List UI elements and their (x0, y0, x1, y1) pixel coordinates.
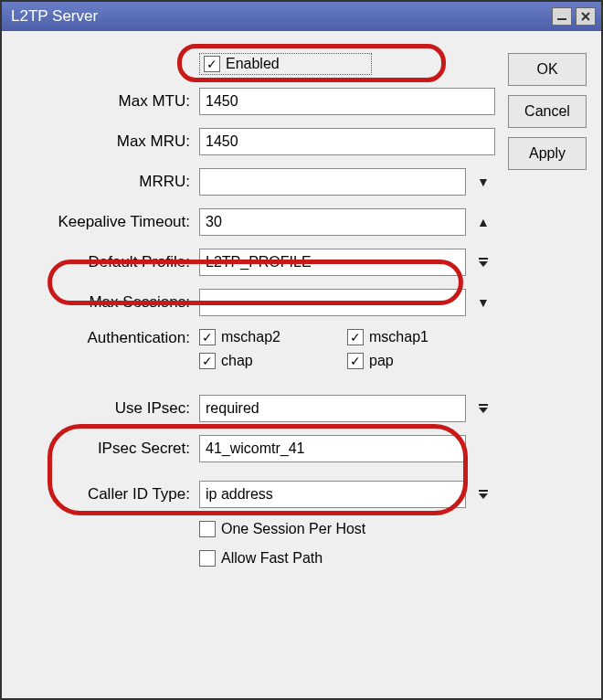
auth-chap-wrap[interactable]: chap (199, 353, 327, 369)
close-button[interactable] (576, 7, 596, 26)
close-icon (580, 11, 591, 22)
svg-rect-5 (479, 404, 488, 406)
titlebar: L2TP Server (2, 2, 601, 31)
allow-fast-path-label: Allow Fast Path (221, 550, 323, 567)
action-buttons: OK Cancel Apply (508, 53, 587, 179)
one-session-per-host-checkbox[interactable] (199, 521, 216, 537)
use-ipsec-select[interactable] (199, 395, 466, 422)
auth-pap-label: pap (369, 353, 394, 369)
enabled-checkbox[interactable] (204, 56, 220, 72)
dialog-body: Enabled Max MTU: Max MRU: (2, 31, 601, 594)
max-sessions-label: Max Sessions: (16, 293, 199, 312)
auth-chap-checkbox[interactable] (199, 353, 216, 369)
auth-chap-label: chap (221, 353, 253, 369)
svg-rect-0 (557, 18, 566, 20)
default-profile-select[interactable] (199, 249, 466, 276)
caller-id-type-select[interactable] (199, 481, 466, 508)
svg-marker-8 (479, 493, 488, 499)
keepalive-collapse-icon[interactable]: ▲ (471, 208, 495, 236)
auth-mschap2-wrap[interactable]: mschap2 (199, 329, 327, 345)
auth-mschap1-checkbox[interactable] (347, 329, 364, 345)
use-ipsec-label: Use IPsec: (16, 399, 199, 418)
minimize-icon (556, 11, 567, 22)
caller-id-type-label: Caller ID Type: (16, 485, 199, 504)
one-session-per-host-label: One Session Per Host (221, 521, 365, 537)
enabled-checkbox-wrap[interactable]: Enabled (199, 53, 372, 75)
auth-mschap2-label: mschap2 (221, 329, 280, 345)
keepalive-timeout-label: Keepalive Timeout: (16, 213, 199, 231)
minimize-button[interactable] (552, 7, 572, 26)
max-sessions-input[interactable] (199, 289, 466, 316)
auth-mschap2-checkbox[interactable] (199, 329, 216, 345)
auth-mschap1-label: mschap1 (369, 329, 428, 345)
svg-rect-3 (479, 258, 488, 260)
max-sessions-expand-icon[interactable]: ▼ (471, 289, 495, 316)
default-profile-dropdown-icon[interactable] (471, 249, 495, 276)
max-mtu-label: Max MTU: (16, 92, 199, 111)
authentication-label: Authentication: (16, 329, 199, 347)
mrru-input[interactable] (199, 168, 466, 196)
mrru-expand-icon[interactable]: ▼ (471, 168, 495, 196)
max-mru-input[interactable] (199, 128, 495, 155)
one-session-per-host-wrap[interactable]: One Session Per Host (199, 521, 365, 537)
ipsec-secret-input[interactable] (199, 435, 466, 462)
allow-fast-path-wrap[interactable]: Allow Fast Path (199, 550, 323, 567)
l2tp-server-window: L2TP Server Enabled (0, 0, 603, 700)
max-mru-label: Max MRU: (16, 133, 199, 151)
use-ipsec-dropdown-icon[interactable] (471, 395, 495, 422)
svg-rect-7 (479, 490, 488, 492)
apply-button[interactable]: Apply (508, 137, 587, 170)
svg-marker-4 (479, 261, 488, 267)
window-title: L2TP Server (11, 7, 548, 26)
max-mtu-input[interactable] (199, 88, 495, 115)
auth-mschap1-wrap[interactable]: mschap1 (347, 329, 475, 345)
default-profile-label: Default Profile: (16, 253, 199, 271)
allow-fast-path-checkbox[interactable] (199, 550, 216, 567)
caller-id-type-dropdown-icon[interactable] (471, 481, 495, 508)
keepalive-timeout-input[interactable] (199, 208, 466, 236)
cancel-button[interactable]: Cancel (508, 95, 587, 128)
ipsec-secret-label: IPsec Secret: (16, 440, 199, 458)
ok-button[interactable]: OK (508, 53, 587, 86)
authentication-group: mschap2 mschap1 chap (199, 329, 495, 377)
form-column: Enabled Max MTU: Max MRU: (16, 53, 495, 579)
auth-pap-checkbox[interactable] (347, 353, 364, 369)
svg-marker-6 (479, 408, 488, 413)
mrru-label: MRRU: (16, 173, 199, 191)
auth-pap-wrap[interactable]: pap (347, 353, 475, 369)
enabled-label: Enabled (226, 56, 280, 72)
